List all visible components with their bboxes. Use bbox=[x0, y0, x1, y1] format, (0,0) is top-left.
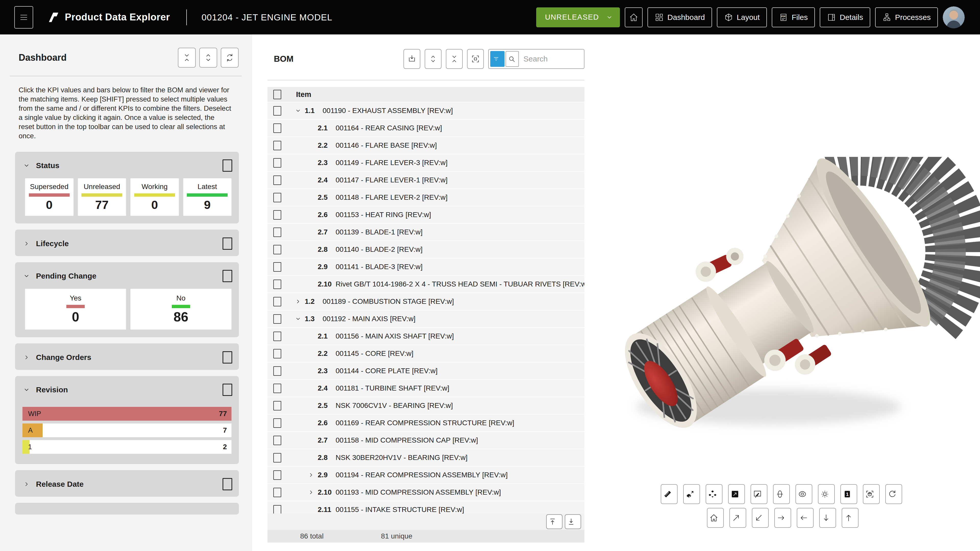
search-button[interactable] bbox=[506, 51, 519, 67]
home-view-button[interactable] bbox=[707, 508, 724, 528]
bom-expand-all-button[interactable] bbox=[425, 49, 442, 69]
row-checkbox[interactable] bbox=[273, 314, 281, 324]
focus-rings-button[interactable] bbox=[795, 484, 812, 504]
section-header[interactable]: Release Date bbox=[15, 470, 239, 497]
bom-row[interactable]: 2.9001194 - REAR COMPRESSION ASSEMBLY [R… bbox=[267, 467, 584, 483]
bom-row[interactable]: 2.10001193 - MID COMPRESSION ASSEMBLY [R… bbox=[267, 484, 584, 501]
revision-bar-a[interactable]: A7 bbox=[22, 424, 231, 437]
row-checkbox[interactable] bbox=[273, 297, 281, 306]
parts-button[interactable] bbox=[706, 484, 722, 504]
isolate-one-button[interactable]: 1 bbox=[840, 484, 857, 504]
filter-toggle-button[interactable] bbox=[490, 51, 504, 67]
section-header[interactable]: Revision bbox=[15, 376, 239, 403]
bom-fit-button[interactable] bbox=[467, 49, 484, 69]
annotate-button[interactable] bbox=[751, 484, 767, 504]
bom-row[interactable]: 2.8001140 - BLADE-2 [REV:w] bbox=[267, 241, 584, 258]
bom-row[interactable]: 2.9001141 - BLADE-3 [REV:w] bbox=[267, 259, 584, 275]
home-button[interactable] bbox=[625, 7, 643, 27]
nav-button-files[interactable]: PDFFiles bbox=[772, 7, 815, 27]
chevron-down-icon[interactable] bbox=[294, 315, 305, 322]
collapse-all-button[interactable] bbox=[178, 48, 196, 68]
measure-ruler-button[interactable] bbox=[661, 484, 678, 504]
section-header[interactable]: Lifecycle bbox=[15, 230, 239, 256]
bom-row[interactable]: 2.7001158 - MID COMPRESSION CAP [REV:w] bbox=[267, 432, 584, 449]
chevron-down-icon[interactable] bbox=[294, 107, 305, 114]
bom-export-button[interactable] bbox=[404, 49, 420, 69]
row-checkbox[interactable] bbox=[273, 210, 281, 220]
bom-row[interactable]: 2.8NSK 30BER20HV1V - BEARING [REV:w] bbox=[267, 449, 584, 466]
section-checkbox[interactable] bbox=[223, 238, 232, 250]
revision-bar-1[interactable]: 12 bbox=[22, 440, 231, 454]
row-checkbox[interactable] bbox=[273, 279, 281, 289]
row-checkbox[interactable] bbox=[273, 470, 281, 480]
kpi-working[interactable]: Working0 bbox=[130, 178, 179, 216]
reset-filters-button[interactable] bbox=[221, 48, 239, 68]
section-checkbox[interactable] bbox=[223, 270, 232, 282]
section-checkbox[interactable] bbox=[223, 384, 232, 396]
row-checkbox[interactable] bbox=[273, 453, 281, 462]
hamburger-menu-button[interactable] bbox=[14, 6, 33, 29]
model-viewer[interactable]: 1 bbox=[585, 35, 980, 551]
bom-row[interactable]: 2.4001181 - TURBINE SHAFT [REV:w] bbox=[267, 380, 584, 397]
section-header[interactable]: Status bbox=[15, 152, 239, 178]
pan-down-button[interactable] bbox=[819, 508, 836, 528]
row-checkbox[interactable] bbox=[273, 193, 281, 202]
bom-row[interactable]: 2.4001147 - FLARE LEVER-1 [REV:w] bbox=[267, 171, 584, 189]
bom-row[interactable]: 2.6001153 - HEAT RING [REV:w] bbox=[267, 206, 584, 223]
bom-row[interactable]: 2.2001146 - FLARE BASE [REV:w] bbox=[267, 137, 584, 154]
scroll-to-bottom-button[interactable] bbox=[565, 514, 581, 529]
row-checkbox[interactable] bbox=[273, 158, 281, 168]
row-checkbox[interactable] bbox=[273, 262, 281, 272]
bom-row[interactable]: 2.10Rivet GB/T 1014-1986-2 X 4 - TRUSS H… bbox=[267, 276, 584, 292]
row-checkbox[interactable] bbox=[273, 505, 281, 514]
search-input[interactable] bbox=[519, 55, 582, 63]
chevron-right-icon[interactable] bbox=[307, 489, 318, 496]
bom-collapse-all-button[interactable] bbox=[446, 49, 463, 69]
bom-row[interactable]: 2.6001169 - REAR COMPRESSION STRUCTURE [… bbox=[267, 414, 584, 431]
bom-row[interactable]: 1.1001190 - EXHAUST ASSEMBLY [REV:w] bbox=[267, 102, 584, 119]
screenshot-button[interactable] bbox=[728, 484, 745, 504]
reset-rotation-button[interactable] bbox=[885, 484, 902, 504]
pan-left-button[interactable] bbox=[797, 508, 814, 528]
nav-button-details[interactable]: Details bbox=[820, 7, 870, 27]
user-avatar[interactable] bbox=[943, 6, 965, 28]
row-checkbox[interactable] bbox=[273, 245, 281, 254]
nav-button-dashboard[interactable]: Dashboard bbox=[648, 7, 712, 27]
section-checkbox[interactable] bbox=[223, 478, 232, 490]
bom-row[interactable]: 2.7001139 - BLADE-1 [REV:w] bbox=[267, 224, 584, 241]
status-dropdown[interactable]: UNRELEASED bbox=[536, 7, 620, 27]
section-checkbox[interactable] bbox=[223, 351, 232, 364]
kpi-no[interactable]: No86 bbox=[130, 289, 231, 330]
row-checkbox[interactable] bbox=[273, 141, 281, 150]
section-checkbox[interactable] bbox=[223, 159, 232, 171]
row-checkbox[interactable] bbox=[273, 418, 281, 428]
kpi-unreleased[interactable]: Unreleased77 bbox=[78, 178, 126, 216]
row-checkbox[interactable] bbox=[273, 401, 281, 410]
pan-up-button[interactable] bbox=[842, 508, 859, 528]
row-checkbox[interactable] bbox=[273, 176, 281, 185]
bom-row[interactable]: 2.2001145 - CORE [REV:w] bbox=[267, 345, 584, 362]
pan-right-button[interactable] bbox=[774, 508, 791, 528]
bom-row[interactable]: 2.1001164 - REAR CASING [REV:w] bbox=[267, 120, 584, 137]
expand-all-button[interactable] bbox=[199, 48, 217, 68]
section-header[interactable]: Pending Change bbox=[15, 262, 239, 289]
explode-view-button[interactable] bbox=[683, 484, 700, 504]
kpi-latest[interactable]: Latest9 bbox=[183, 178, 232, 216]
row-checkbox[interactable] bbox=[273, 124, 281, 133]
bom-row[interactable]: 2.5001148 - FLARE LEVER-2 [REV:w] bbox=[267, 189, 584, 206]
bom-row[interactable]: 2.3001149 - FLARE LEVER-3 [REV:w] bbox=[267, 154, 584, 171]
row-checkbox[interactable] bbox=[273, 436, 281, 445]
bom-row[interactable]: 1.3001192 - MAIN AXIS [REV:w] bbox=[267, 310, 584, 327]
select-all-checkbox[interactable] bbox=[273, 90, 281, 99]
row-checkbox[interactable] bbox=[273, 227, 281, 237]
revision-bar-wip[interactable]: WIP77 bbox=[22, 407, 231, 421]
scroll-to-top-button[interactable] bbox=[546, 514, 563, 529]
chevron-right-icon[interactable] bbox=[307, 472, 318, 478]
section-header[interactable]: Change Orders bbox=[15, 343, 239, 370]
bom-row[interactable]: 1.2001189 - COMBUSTION STAGE [REV:w] bbox=[267, 293, 584, 310]
nav-button-processes[interactable]: Processes bbox=[875, 7, 938, 27]
rotate-up-right-button[interactable] bbox=[729, 508, 746, 528]
row-checkbox[interactable] bbox=[273, 332, 281, 341]
row-checkbox[interactable] bbox=[273, 349, 281, 359]
section-cut-button[interactable] bbox=[773, 484, 790, 504]
